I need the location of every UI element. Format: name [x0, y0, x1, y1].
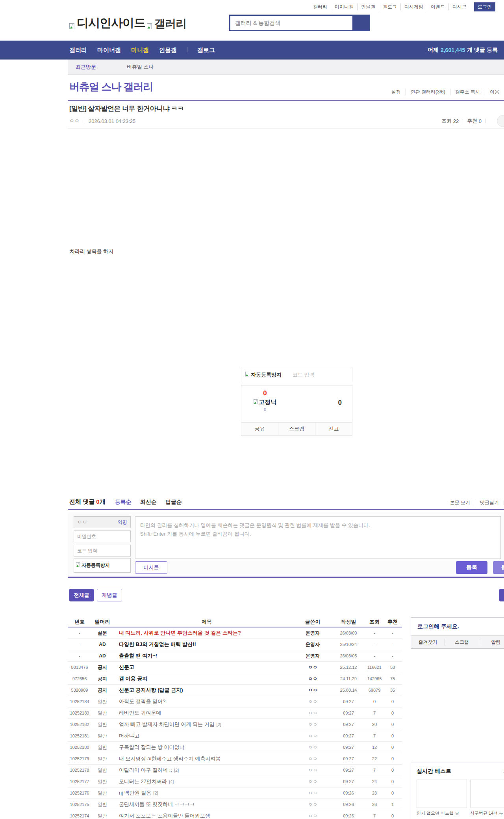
top-utility-link[interactable]: 갤러리 [309, 4, 331, 10]
top-utility-link[interactable]: 인물갤 [357, 4, 379, 10]
post-author[interactable]: ㅇㅇ [300, 778, 325, 785]
gallery-title[interactable]: 버츄얼 스나 갤러리 [69, 80, 153, 94]
post-author[interactable]: ㅇㅇ [300, 698, 325, 705]
post-title-link[interactable]: nj 백만원 벌음[2] [113, 789, 300, 797]
post-author[interactable]: ㅇㅇ [300, 790, 325, 797]
search-input[interactable] [230, 16, 352, 30]
top-utility-link[interactable]: 디시게임 [400, 4, 427, 10]
sidebar-tab[interactable]: 스크랩 [445, 639, 478, 646]
search-button[interactable] [352, 16, 369, 30]
comment-textarea[interactable]: 타인의 권리를 침해하거나 명예를 훼손하는 댓글은 운영원칙 및 관련 법률에… [135, 516, 501, 559]
down-vote-count[interactable]: 0 [338, 399, 342, 407]
post-recommends: - [384, 631, 402, 635]
sidebar-login-box: 로그인해 주세요. 즐겨찾기스크랩알림 [411, 617, 504, 649]
post-author[interactable]: ㅇㅇ [300, 813, 325, 819]
gallery-link[interactable]: 연관 갤러리(3/6) [406, 89, 450, 95]
nickname-box[interactable]: ㅇㅇ 익명 [74, 516, 131, 528]
comment-submit-button[interactable]: 등록 [456, 561, 487, 574]
login-button[interactable]: 로그인 [474, 2, 495, 11]
post-title-link[interactable]: 엌까 빼고 발제자 차단이면 어케 되는 거임[2] [113, 721, 300, 728]
gallery-link[interactable]: 설정 [387, 89, 406, 95]
post-author[interactable]: 운영자 [300, 630, 325, 637]
write-button-clipped[interactable] [499, 589, 504, 601]
post-title-link[interactable]: 아직도 갤픽을 믿어? [113, 698, 300, 705]
post-category: 일반 [91, 813, 113, 819]
top-utility-link[interactable]: 갤로그 [379, 4, 400, 10]
post-title-link[interactable]: 신문고 [113, 664, 300, 671]
post-action-button[interactable]: 공유 [241, 423, 278, 435]
comment-captcha-box: 자동등록방지 [74, 558, 131, 573]
site-logo[interactable]: 디시인사이드 갤러리 [69, 15, 186, 31]
post-author[interactable]: 운영자 [300, 653, 325, 659]
post-category: 일반 [91, 710, 113, 717]
sidebar-tab[interactable]: 즐겨찾기 [411, 639, 445, 646]
post-title-link[interactable]: 굴단새끼들 또 헛짓하네 ㅋㅋㅋㅋ [113, 801, 300, 808]
post-author[interactable]: ㅇㅇ [69, 117, 80, 125]
nav-item[interactable]: 인물갤 [159, 47, 177, 54]
post-author[interactable]: ㅇㅇ [300, 664, 325, 671]
recent-gallery-chip[interactable]: 버츄얼 스나 [127, 63, 154, 71]
post-title-link[interactable]: 구독쌀먹 잘되는 방 어디없냐 [113, 744, 300, 751]
sidebar-tab[interactable]: 알림 [479, 639, 504, 646]
comments-header-right: 본문 보기댓글닫기 [445, 499, 504, 506]
post-recommends: - [384, 653, 402, 658]
comment-password-field[interactable] [74, 530, 131, 542]
post-title-link[interactable]: 내 며느리, 사위로 만나면 부담스러울 것 같은 스타는? [113, 629, 300, 637]
post-author[interactable]: ㅇㅇ [300, 687, 325, 694]
best-caption[interactable]: 인기 없으면 비드헬 묘 [417, 810, 467, 816]
nav-item[interactable]: 갤로그 [187, 47, 215, 54]
best-thumbnail[interactable] [417, 780, 467, 808]
top-utility-link[interactable]: 이벤트 [427, 4, 448, 10]
best-thumbnail[interactable] [470, 780, 504, 808]
nav-item[interactable]: 마이너갤 [97, 47, 121, 54]
post-title-link[interactable]: 갤 이용 공지 [113, 675, 300, 682]
post-options-circle-button[interactable] [497, 115, 504, 127]
anonymous-toggle[interactable]: 익명 [118, 519, 127, 526]
post-date: 26/03/05 [325, 653, 365, 658]
gallery-link[interactable]: 갤주소 복사 [450, 89, 485, 95]
comments-header-link[interactable]: 본문 보기 [445, 499, 475, 506]
nav-item[interactable]: 미니갤 [131, 47, 149, 54]
post-author[interactable]: ㅇㅇ [300, 676, 325, 682]
gallery-link[interactable]: 이용 [485, 89, 504, 95]
post-author[interactable]: 운영자 [300, 641, 325, 648]
comment-sort-tab[interactable]: 최신순 [140, 499, 157, 506]
post-title-link[interactable]: 출출할 땐 여기~! [113, 652, 300, 659]
post-title-link[interactable]: 내 오시영상 ai한테주고 생리주기 예측시켜봄 [113, 755, 300, 762]
post-action-button[interactable]: 신고 [315, 423, 352, 435]
post-author[interactable]: ㅇㅇ [300, 744, 325, 751]
post-author[interactable]: ㅇㅇ [300, 710, 325, 717]
post-title-link[interactable]: 레비안도 귀여운데 [113, 709, 300, 717]
recent-visit-label[interactable]: 최근방문 [76, 63, 96, 71]
vote-up-area[interactable]: 0 고정닉 0 [247, 389, 283, 412]
post-author[interactable]: ㅇㅇ [300, 721, 325, 728]
best-posts-button[interactable]: 개념글 [97, 589, 122, 601]
top-utility-link[interactable]: 디시콘 [448, 4, 470, 10]
dccon-button[interactable]: 디시콘 [135, 561, 167, 574]
views-value: 22 [453, 118, 459, 124]
post-author[interactable]: ㅇㅇ [300, 733, 325, 739]
fixed-nick-text: 고정닉 [259, 398, 276, 406]
post-title-link[interactable]: 머하냐고 [113, 732, 300, 739]
post-title-link[interactable]: 다양한 BJ의 거침없는 매력 발산!! [113, 641, 300, 648]
comment-code-field[interactable] [74, 545, 131, 557]
post-title-link[interactable]: 이탈리아 야구 잘하네 ;;[2] [113, 767, 300, 774]
vote-captcha-input[interactable]: 코드 입력 [293, 371, 315, 378]
nav-item[interactable]: 갤러리 [69, 47, 87, 54]
comment-submit-button-secondary[interactable]: 등록 [493, 561, 504, 574]
post-action-button[interactable]: 스크랩 [278, 423, 315, 435]
all-posts-button[interactable]: 전체글 [69, 589, 94, 601]
post-date: 24.11.29 [325, 676, 365, 681]
post-author[interactable]: ㅇㅇ [300, 756, 325, 762]
post-author[interactable]: ㅇㅇ [300, 801, 325, 808]
post-author[interactable]: ㅇㅇ [300, 767, 325, 774]
comments-total: 전체 댓글 0개 [69, 498, 106, 506]
post-title-link[interactable]: 신문고 공지사항 (답글 금지) [113, 687, 300, 694]
post-title-link[interactable]: 여기서 포포보는 포용이들만 들어와보셈 [113, 812, 300, 819]
comment-sort-tab[interactable]: 답글순 [165, 499, 182, 506]
comment-sort-tab[interactable]: 등록순 [115, 499, 132, 506]
top-utility-link[interactable]: 마이너갤 [331, 4, 357, 10]
best-caption[interactable]: 시구벅규 14녀 누 [470, 810, 504, 816]
post-title-link[interactable]: 모니터는 27인치써라[4] [113, 778, 300, 785]
comments-header-link[interactable]: 댓글닫기 [475, 499, 504, 506]
